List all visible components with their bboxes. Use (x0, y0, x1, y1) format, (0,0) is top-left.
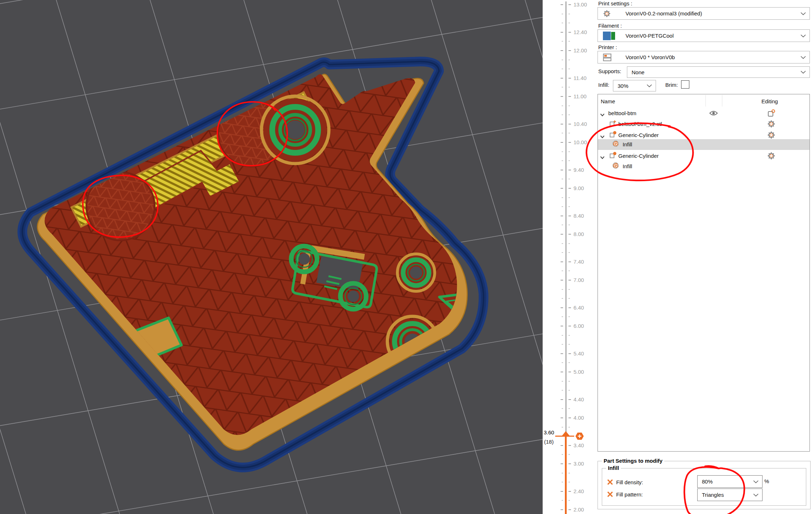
filament-combobox[interactable]: VoronV0-PETGCool (598, 29, 810, 42)
layer-tick-label: 8.00 (573, 231, 584, 237)
gear-icon[interactable] (767, 120, 775, 129)
filament-label: Filament : (598, 23, 622, 29)
tree-row-belttool-btm-v2-stl[interactable]: belttool-btm_v2.stl (598, 119, 809, 129)
layer-tick (562, 160, 563, 161)
chevron-down-icon (801, 33, 806, 39)
fill-density-label: Fill density: (616, 479, 643, 485)
layer-tick (568, 473, 570, 473)
layer-tick (568, 482, 570, 482)
print-settings-value: VoronV0-0.2-normal3 (modified) (625, 10, 702, 16)
layer-tick (568, 87, 570, 88)
layer-tick (561, 216, 563, 216)
layer-tick (562, 69, 563, 69)
eye-icon[interactable] (709, 110, 718, 118)
layer-tick (562, 243, 563, 244)
layer-slider-handle[interactable] (552, 429, 591, 443)
fill-density-value: 80% (702, 478, 713, 485)
layer-tick (561, 418, 563, 418)
layer-tick (568, 105, 570, 106)
fill-pattern-combobox[interactable]: Triangles (697, 489, 763, 501)
chevron-down-icon (801, 54, 806, 61)
layer-tick (562, 344, 563, 345)
layer-tick (568, 509, 571, 510)
layer-tick (562, 114, 563, 115)
layer-tick (568, 78, 571, 79)
tree-row-belttool-btm[interactable]: belttool-btm (598, 108, 809, 119)
layer-tick (561, 280, 563, 280)
infill-subgroup-title: Infill (606, 465, 621, 471)
layer-tick-label: 12.00 (573, 47, 587, 53)
layer-tick (568, 454, 570, 455)
layer-tick (568, 179, 570, 179)
layer-tick (568, 41, 570, 42)
layer-tick (561, 463, 563, 464)
layer-tick-label: 9.40 (573, 167, 584, 173)
chevron-down-icon (647, 82, 652, 89)
layer-tick-label: 10.40 (573, 121, 587, 127)
layer-tick (561, 124, 563, 124)
infill-icon (612, 140, 619, 149)
object-tree[interactable]: Name Editing belttool-btmbelttool-btm_v2… (598, 94, 810, 452)
layer-tick (568, 408, 570, 409)
layer-tick-label: 6.40 (573, 305, 584, 311)
fill-density-combobox[interactable]: 80% (697, 475, 763, 488)
layer-tick-label: 11.00 (573, 93, 586, 99)
viewport-3d[interactable] (0, 0, 543, 514)
layer-tick (561, 142, 563, 143)
tree-row-label: Infill (623, 141, 632, 147)
supports-combobox[interactable]: None (627, 66, 810, 78)
tree-row-infill[interactable]: Infill (598, 139, 809, 150)
printer-combobox[interactable]: VoronV0 * VoronV0b (598, 51, 810, 63)
layer-tick (568, 50, 571, 51)
layer-tick-label: 2.40 (573, 488, 584, 494)
add-layer-marker-badge[interactable] (576, 433, 584, 440)
gear-icon[interactable] (767, 152, 775, 161)
layer-tick (562, 270, 563, 271)
layer-tick (562, 14, 563, 14)
tree-row-label: belttool-btm (608, 110, 636, 116)
layer-tick (561, 353, 563, 354)
layer-slider[interactable]: 2.002.403.003.404.004.405.005.406.006.40… (543, 0, 598, 514)
screw-boss-right-upper (397, 254, 435, 291)
layer-tick (562, 151, 563, 152)
layer-tick (562, 390, 563, 391)
print-settings-combobox[interactable]: VoronV0-0.2-normal3 (modified) (598, 7, 810, 20)
layer-tick (568, 427, 570, 428)
layer-tick (561, 399, 563, 400)
expander-chevron-icon[interactable] (600, 112, 605, 118)
layer-tick (561, 234, 563, 235)
brim-checkbox[interactable] (681, 80, 689, 89)
layer-tick (562, 197, 563, 198)
layer-tick (568, 23, 570, 23)
layer-tick (568, 252, 570, 253)
layer-tick (561, 307, 563, 308)
expander-chevron-icon[interactable] (600, 154, 605, 161)
tree-row-label: Generic-Cylinder (618, 153, 659, 159)
tree-row-label: Infill (623, 163, 632, 169)
layer-tick (568, 372, 571, 372)
layer-tick (568, 114, 570, 115)
layer-tick (562, 41, 563, 42)
layer-tick (568, 261, 571, 262)
layer-tick-label: 4.00 (573, 415, 584, 421)
object-settings-icon[interactable] (767, 109, 775, 119)
layer-tick (562, 60, 563, 60)
layer-tick (561, 445, 563, 446)
remove-setting-icon[interactable] (607, 491, 613, 499)
layer-tick (568, 500, 570, 501)
remove-setting-icon[interactable] (607, 479, 613, 487)
layer-tick (568, 14, 570, 14)
layer-tick-label: 9.00 (573, 185, 584, 191)
layer-tick (568, 326, 571, 326)
layer-tick (568, 234, 571, 235)
layer-tick (562, 381, 563, 382)
settings-panel: Print settings : VoronV0-0.2-normal3 (mo… (598, 0, 812, 514)
tree-row-generic-cylinder[interactable]: Generic-Cylinder (598, 151, 809, 161)
printer-value: VoronV0 * VoronV0b (625, 54, 675, 60)
infill-combobox[interactable]: 30% (613, 80, 656, 91)
layer-tick (561, 50, 563, 51)
layer-tick (568, 307, 571, 308)
tree-row-label: Generic-Cylinder (618, 132, 659, 138)
layer-tick (568, 353, 571, 354)
tree-row-infill[interactable]: Infill (598, 161, 809, 172)
